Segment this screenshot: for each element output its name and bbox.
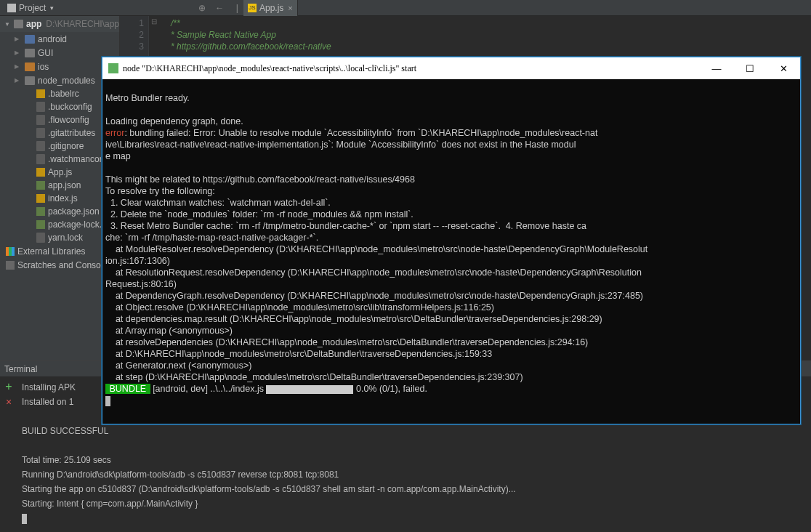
js-icon: JS xyxy=(248,4,257,12)
tree-item-label: .babelrc xyxy=(48,87,79,100)
scratches-label: Scratches and Consoles xyxy=(17,259,112,272)
root-name: app xyxy=(26,17,41,31)
tree-item-label: node_modules xyxy=(38,74,95,87)
new-session-icon[interactable]: + xyxy=(5,380,12,393)
file-icon xyxy=(36,194,45,203)
fold-icon[interactable]: ⊟ xyxy=(149,17,159,25)
tree-item-label: ios xyxy=(38,60,49,73)
terminal-gutter: + × xyxy=(0,377,17,532)
file-icon xyxy=(36,115,45,125)
code-text: /** * Sample React Native App * https://… xyxy=(171,17,331,52)
tree-item-label: package.json xyxy=(48,205,100,218)
expand-icon[interactable] xyxy=(15,32,22,46)
editor-tab-appjs[interactable]: JS App.js × xyxy=(243,0,298,16)
node-console-output[interactable]: Metro Bundler ready. Loading dependency … xyxy=(102,79,800,424)
bundle-progress xyxy=(266,385,353,394)
collapse-icon[interactable]: ← xyxy=(214,2,225,14)
file-icon xyxy=(36,102,45,112)
tree-item-label: .gitattributes xyxy=(48,126,95,140)
expand-icon[interactable] xyxy=(15,46,22,60)
node-title: node "D:\KHARECHI\app\node_modules\react… xyxy=(123,63,700,74)
tree-root-row[interactable]: app D:\KHARECHI\app xyxy=(0,16,119,32)
file-icon xyxy=(36,89,45,98)
file-icon xyxy=(36,128,45,138)
ext-libs-label: External Libraries xyxy=(17,245,85,258)
node-console-window[interactable]: node "D:\KHARECHI\app\node_modules\react… xyxy=(102,57,801,424)
maximize-button[interactable]: ☐ xyxy=(733,57,767,79)
expand-icon[interactable] xyxy=(15,60,22,73)
tree-item-label: .flowconfig xyxy=(48,113,89,126)
file-icon xyxy=(36,168,45,177)
libraries-icon xyxy=(6,247,15,256)
folder-icon xyxy=(25,63,35,71)
project-label: Project xyxy=(19,3,46,13)
scratches-icon xyxy=(6,261,15,270)
tree-item-label: GUI xyxy=(38,47,53,60)
tab-close-icon[interactable]: × xyxy=(288,4,292,12)
tree-item-label: .gitignore xyxy=(48,140,84,153)
folder-icon xyxy=(25,35,35,44)
project-icon xyxy=(7,4,16,12)
tree-item-label: android xyxy=(38,33,67,46)
project-dropdown[interactable]: Project xyxy=(3,1,58,15)
tree-item-label: .buckconfig xyxy=(48,100,92,113)
editor-tabs: JS App.js × xyxy=(243,0,298,16)
tab-label: App.js xyxy=(259,3,283,13)
tree-item-label: App.js xyxy=(48,166,72,179)
tree-item[interactable]: android xyxy=(0,32,119,46)
node-titlebar[interactable]: node "D:\KHARECHI\app\node_modules\react… xyxy=(102,57,800,79)
file-icon xyxy=(36,207,45,216)
console-cursor xyxy=(105,396,110,406)
close-button[interactable]: ✕ xyxy=(767,57,800,79)
file-icon xyxy=(36,233,45,243)
folder-icon xyxy=(25,76,35,85)
root-path: D:\KHARECHI\app xyxy=(46,17,119,31)
tree-item-label: yarn.lock xyxy=(48,231,83,244)
minimize-button[interactable]: — xyxy=(700,57,733,79)
terminal-cursor xyxy=(22,514,27,524)
expand-icon[interactable] xyxy=(4,17,11,31)
file-icon xyxy=(36,141,45,151)
close-session-icon[interactable]: × xyxy=(6,396,12,408)
divider-icon: | xyxy=(231,2,243,14)
locate-icon[interactable]: ⊕ xyxy=(196,2,208,14)
tree-item-label: app.json xyxy=(48,179,81,192)
bundle-tag: BUNDLE xyxy=(105,384,150,394)
node-icon xyxy=(108,63,118,73)
expand-icon[interactable] xyxy=(15,73,22,87)
file-icon xyxy=(36,154,45,164)
ide-toolbar: Project ⊕ ← | ✶ ⌄ xyxy=(0,0,811,16)
tree-item-label: index.js xyxy=(48,192,78,205)
folder-icon xyxy=(14,20,23,28)
folder-icon xyxy=(25,49,35,57)
file-icon xyxy=(36,220,45,229)
file-icon xyxy=(36,181,45,190)
